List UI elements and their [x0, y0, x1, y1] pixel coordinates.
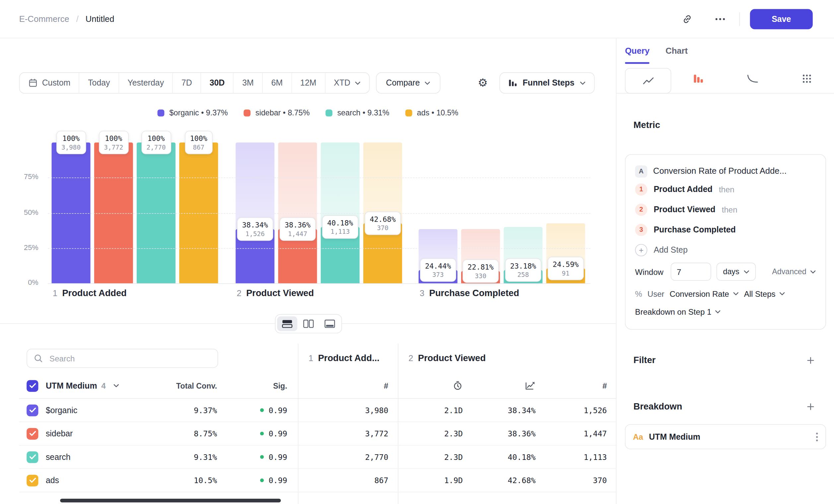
table-search[interactable]: [26, 349, 218, 368]
tab-trend-chart[interactable]: [625, 68, 671, 93]
measure-scope-select[interactable]: All Steps: [744, 289, 785, 298]
table-row[interactable]: sidebar8.75%0.993,7722.3D38.36%1,447: [19, 422, 617, 445]
advanced-toggle[interactable]: Advanced: [772, 267, 816, 276]
breakdown-on-select[interactable]: Breakdown on Step 1: [635, 303, 816, 319]
step1-count-value: 3,980: [298, 406, 398, 414]
save-button[interactable]: Save: [750, 8, 813, 29]
toggle-split-view-button[interactable]: [277, 316, 297, 331]
bar-value-label: 40.18%1,113: [322, 215, 358, 239]
range-xtd[interactable]: XTD: [325, 73, 369, 93]
metric-step[interactable]: 1Product Addedthen: [635, 179, 816, 199]
column-sig[interactable]: Sig.: [226, 381, 298, 390]
chevron-down-icon[interactable]: [113, 384, 119, 388]
share-link-button[interactable]: [678, 10, 696, 28]
range-30d[interactable]: 30D: [200, 73, 233, 93]
sig-value: 0.99: [226, 429, 298, 438]
toggle-columns-view-button[interactable]: [298, 316, 319, 331]
range-3m[interactable]: 3M: [233, 73, 262, 93]
add-step-button[interactable]: + Add Step: [635, 240, 816, 260]
metric-title[interactable]: Conversion Rate of Product Adde...: [653, 166, 787, 176]
range-7d[interactable]: 7D: [173, 73, 201, 93]
metric-step[interactable]: 2Product Viewedthen: [635, 199, 816, 220]
step-connector: then: [722, 205, 738, 214]
row-checkbox[interactable]: [26, 451, 38, 462]
bar-value-label: 100%3,980: [56, 131, 86, 154]
kebab-menu-icon[interactable]: [816, 432, 818, 442]
hash-icon: #: [384, 381, 388, 390]
legend-swatch: [244, 109, 251, 116]
chevron-down-icon: [425, 81, 431, 85]
measure-select[interactable]: Conversion Rate: [670, 289, 739, 298]
y-tick-label: 25%: [13, 244, 38, 251]
column-breakdown-label[interactable]: UTM Medium: [46, 381, 97, 391]
group-step-number: 1: [309, 353, 313, 363]
select-all-checkbox[interactable]: [26, 380, 38, 392]
settings-gear-button[interactable]: ⚙: [474, 74, 492, 92]
table-row[interactable]: search9.31%0.992,7702.3D40.18%1,113: [19, 445, 617, 469]
table-row[interactable]: $organic9.37%0.993,9802.1D38.34%1,526: [19, 398, 617, 422]
tab-funnel-chart[interactable]: [671, 64, 726, 93]
window-value-input[interactable]: [671, 262, 711, 281]
topbar-divider: [740, 12, 740, 26]
metric-step[interactable]: 3Purchase Completed: [635, 220, 816, 240]
row-checkbox[interactable]: [26, 404, 38, 416]
step-number-badge: 2: [635, 203, 647, 215]
plus-circle-icon: +: [635, 244, 647, 256]
horizontal-scrollbar-thumb[interactable]: [60, 499, 281, 502]
metric-title-row: A Conversion Rate of Product Adde...: [635, 163, 816, 179]
step2-conv-value: 38.36%: [473, 429, 545, 438]
property-type-icon: Aa: [633, 432, 643, 441]
window-unit-select[interactable]: days: [717, 262, 756, 281]
line-chart-icon: [642, 76, 654, 86]
retention-curve-icon: [747, 74, 759, 83]
legend-label: search • 9.31%: [337, 109, 390, 117]
panel-tabs: Query Chart: [616, 38, 834, 64]
bar-value-label: 24.44%373: [420, 258, 456, 282]
check-icon: [29, 383, 36, 389]
add-filter-button[interactable]: [803, 353, 818, 368]
legend-item[interactable]: ads • 10.5%: [405, 109, 459, 117]
range-label: 3M: [242, 78, 254, 88]
search-input[interactable]: [48, 353, 211, 363]
split-rows-icon: [282, 320, 292, 328]
range-custom[interactable]: Custom: [20, 73, 79, 93]
chevron-down-icon: [733, 292, 739, 295]
range-today[interactable]: Today: [79, 73, 118, 93]
measure-row: % User Conversion Rate All Steps: [635, 283, 816, 304]
sig-value: 0.99: [226, 476, 298, 485]
range-6m[interactable]: 6M: [262, 73, 291, 93]
add-breakdown-button[interactable]: [803, 399, 818, 414]
chart-type-button[interactable]: Funnel Steps: [499, 72, 595, 93]
table-row[interactable]: ads10.5%0.998671.9D42.68%370: [19, 469, 617, 492]
column-step2-conv[interactable]: [473, 381, 545, 391]
tab-chart[interactable]: Chart: [665, 38, 688, 64]
row-checkbox[interactable]: [26, 428, 38, 439]
bar-value-label: 23.18%258: [505, 259, 542, 282]
measure-entity[interactable]: User: [648, 289, 664, 298]
step-axis-label: 3Purchase Completed: [420, 288, 519, 299]
add-step-label: Add Step: [654, 245, 687, 255]
breakdown-property-card[interactable]: Aa UTM Medium: [625, 424, 826, 449]
range-12m[interactable]: 12M: [291, 73, 325, 93]
breadcrumb-page[interactable]: Untitled: [86, 14, 114, 24]
funnel-bar[interactable]: 42.68%370: [363, 143, 402, 283]
column-step2-time[interactable]: [398, 381, 472, 391]
group-header-step1: 1 Product Add...: [298, 353, 398, 364]
tab-retention-chart[interactable]: [726, 64, 780, 93]
column-step2-count[interactable]: #: [545, 381, 616, 390]
toolbar: CustomTodayYesterday7D30D3M6M12MXTD Comp…: [19, 72, 595, 93]
toggle-bottom-panel-button[interactable]: [320, 316, 340, 331]
sig-dot: [260, 432, 264, 435]
column-total-conv[interactable]: Total Conv.: [147, 381, 226, 390]
legend-item[interactable]: $organic • 9.37%: [158, 109, 227, 117]
tab-query[interactable]: Query: [625, 38, 650, 64]
legend-item[interactable]: search • 9.31%: [325, 109, 389, 117]
column-step1-count[interactable]: #: [298, 381, 398, 390]
breadcrumb-project[interactable]: E-Commerce: [19, 14, 69, 24]
more-menu-button[interactable]: [711, 10, 729, 28]
range-yesterday[interactable]: Yesterday: [118, 73, 173, 93]
compare-button[interactable]: Compare: [376, 72, 441, 93]
row-checkbox[interactable]: [26, 475, 38, 486]
tab-more-charts[interactable]: [780, 64, 834, 93]
legend-item[interactable]: sidebar • 8.75%: [244, 109, 310, 117]
